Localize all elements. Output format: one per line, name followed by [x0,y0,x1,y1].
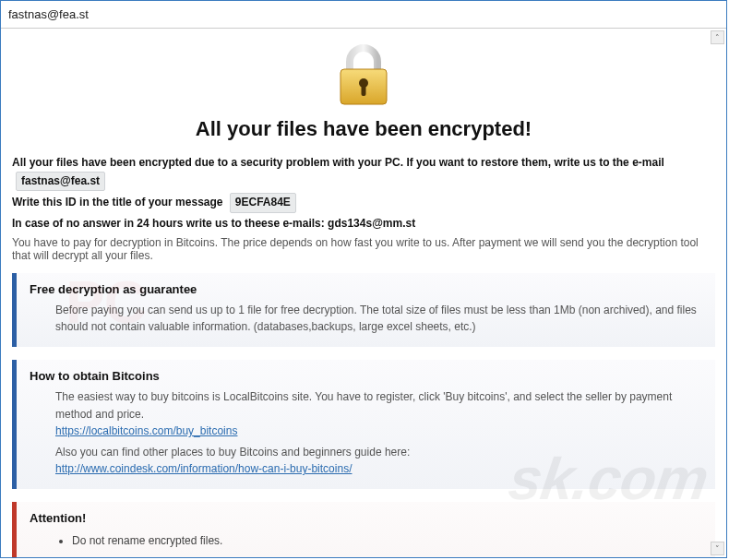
chevron-up-icon: ˄ [715,33,720,42]
list-item: Do not try to decrypt your data using th… [72,552,704,557]
chevron-down-icon: ˅ [715,544,720,554]
id-chip: 9ECFA84E [230,193,296,212]
obtain-body2: Also you can find other places to buy Bi… [55,444,704,461]
obtain-body: The easiest way to buy bitcoins is Local… [30,388,704,478]
scroll-down-button[interactable]: ˅ [711,542,724,555]
intro-line1-prefix: All your files have been encrypted due t… [12,156,664,169]
svg-rect-2 [362,85,366,96]
obtain-link1[interactable]: https://localbitcoins.com/buy_bitcoins [55,424,237,437]
attention-card: Attention! Do not rename encrypted files… [12,502,715,557]
guarantee-title: Free decryption as guarantee [30,282,704,296]
intro-line3-prefix: In case of no answer in 24 hours write u… [12,217,325,230]
intro-line2: Write this ID in the title of your messa… [12,193,715,212]
obtain-title: How to obtain Bitcoins [30,369,704,383]
intro-line1: All your files have been encrypted due t… [12,154,715,191]
window-title: fastnas@fea.st [8,7,89,21]
lock-block [12,38,715,112]
headline: All your files have been encrypted! [12,117,715,141]
pay-info: You have to pay for decryption in Bitcoi… [12,236,715,262]
ransom-window: fastnas@fea.st [0,0,727,558]
attention-list: Do not rename encrypted files. Do not tr… [30,530,704,557]
attention-title: Attention! [30,511,704,525]
obtain-body1: The easiest way to buy bitcoins is Local… [55,388,704,423]
email-chip: fastnas@fea.st [16,172,105,191]
list-item: Do not rename encrypted files. [72,530,704,552]
guarantee-body: Before paying you can send us up to 1 fi… [30,302,704,336]
intro-line2-prefix: Write this ID in the title of your messa… [12,196,223,209]
lock-icon [333,43,394,112]
window-titlebar[interactable]: fastnas@fea.st [1,1,726,29]
obtain-card: How to obtain Bitcoins The easiest way t… [12,360,715,489]
intro-line3-email: gds134s@mm.st [328,217,415,230]
obtain-link2[interactable]: http://www.coindesk.com/information/how-… [55,462,352,475]
content-area: All your files have been encrypted! All … [1,29,726,557]
scroll-up-button[interactable]: ˄ [711,30,724,44]
guarantee-card: Free decryption as guarantee Before payi… [12,273,715,347]
intro-line3: In case of no answer in 24 hours write u… [12,215,715,232]
